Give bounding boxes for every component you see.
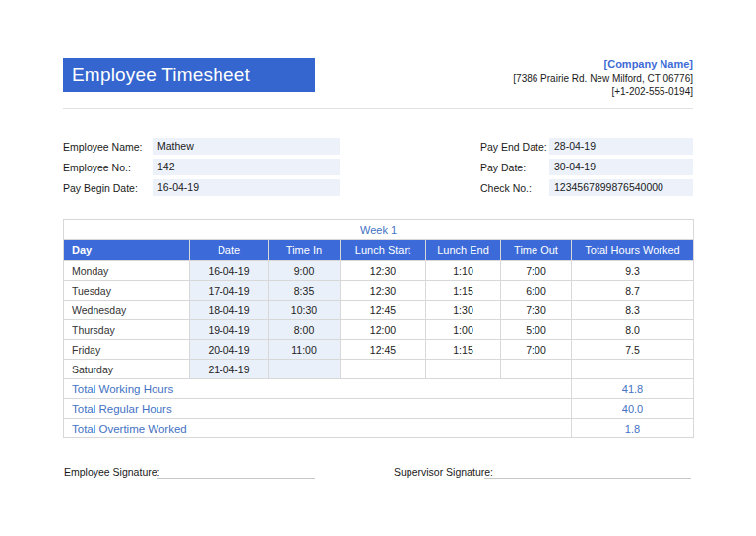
header-divider <box>63 108 693 109</box>
table-header-row: Day Date Time In Lunch Start Lunch End T… <box>64 240 694 261</box>
cell-lunch-end[interactable]: 1:00 <box>426 320 501 340</box>
cell-day: Wednesday <box>64 301 190 320</box>
week-title: Week 1 <box>64 220 694 240</box>
total-working-hours-value: 41.8 <box>572 379 694 399</box>
cell-lunch-start[interactable]: 12:00 <box>341 320 426 340</box>
total-working-hours-row: Total Working Hours 41.8 <box>64 379 694 399</box>
document-title-banner: Employee Timesheet <box>63 58 315 92</box>
company-phone: [+1-202-555-0194] <box>398 85 693 99</box>
column-header-lunch-start: Lunch Start <box>341 240 426 261</box>
cell-lunch-end[interactable]: 1:30 <box>426 301 501 320</box>
column-header-time-in: Time In <box>269 240 341 261</box>
cell-time-in[interactable]: 8:35 <box>269 281 341 301</box>
table-row: Wednesday 18-04-19 10:30 12:45 1:30 7:30… <box>64 301 694 320</box>
cell-total-hours: 7.5 <box>572 340 694 360</box>
column-header-day: Day <box>64 240 190 261</box>
pay-date-label: Pay Date: <box>480 162 549 173</box>
timesheet-document: Employee Timesheet [Company Name] [7386 … <box>0 0 756 536</box>
supervisor-signature-label: Supervisor Signature: <box>394 466 493 478</box>
cell-time-in[interactable]: 8:00 <box>269 320 341 340</box>
company-name: [Company Name] <box>398 57 693 72</box>
cell-time-out[interactable]: 7:30 <box>501 301 572 320</box>
column-header-lunch-end: Lunch End <box>426 240 501 261</box>
employee-signature-line[interactable] <box>158 465 315 479</box>
cell-date[interactable]: 18-04-19 <box>190 301 269 320</box>
cell-lunch-start[interactable]: 12:30 <box>341 261 426 281</box>
check-no-label: Check No.: <box>480 182 549 194</box>
cell-time-out[interactable]: 6:00 <box>501 281 572 301</box>
employee-info-left: Employee Name: Mathew Employee No.: 142 … <box>63 136 340 198</box>
pay-date-row: Pay Date: 30-04-19 <box>480 157 693 177</box>
timesheet-table-wrap: Week 1 Day Date Time In Lunch Start Lunc… <box>63 219 693 438</box>
cell-total-hours: 8.3 <box>572 301 694 320</box>
cell-time-out[interactable]: 7:00 <box>501 340 572 360</box>
table-row: Saturday 21-04-19 <box>64 360 694 379</box>
employee-name-row: Employee Name: Mathew <box>63 136 340 157</box>
table-row: Friday 20-04-19 11:00 12:45 1:15 7:00 7.… <box>64 340 694 360</box>
pay-begin-date-row: Pay Begin Date: 16-04-19 <box>63 177 340 198</box>
pay-begin-date-field[interactable]: 16-04-19 <box>153 179 340 196</box>
cell-total-hours: 8.0 <box>572 320 694 340</box>
employee-no-field[interactable]: 142 <box>153 159 340 175</box>
cell-time-out[interactable]: 7:00 <box>501 261 572 281</box>
pay-end-date-field[interactable]: 28-04-19 <box>549 138 693 155</box>
pay-end-date-row: Pay End Date: 28-04-19 <box>480 136 693 157</box>
signature-area: Employee Signature: Supervisor Signature… <box>0 463 756 485</box>
column-header-total-hours: Total Hours Worked <box>572 240 694 261</box>
column-header-time-out: Time Out <box>501 240 572 261</box>
cell-time-in[interactable] <box>269 360 341 379</box>
check-no-row: Check No.: 1234567899876540000 <box>480 177 693 198</box>
cell-time-out[interactable] <box>501 360 572 379</box>
cell-date[interactable]: 16-04-19 <box>190 261 269 281</box>
cell-day: Friday <box>64 340 190 360</box>
week-title-row: Week 1 <box>64 220 694 240</box>
table-row: Tuesday 17-04-19 8:35 12:30 1:15 6:00 8.… <box>64 281 694 301</box>
cell-day: Tuesday <box>64 281 190 301</box>
cell-lunch-end[interactable] <box>426 360 501 379</box>
cell-lunch-end[interactable]: 1:15 <box>426 340 501 360</box>
cell-lunch-start[interactable]: 12:30 <box>341 281 426 301</box>
total-overtime-worked-value: 1.8 <box>572 419 694 438</box>
employee-no-row: Employee No.: 142 <box>63 157 340 177</box>
cell-lunch-end[interactable]: 1:10 <box>426 261 501 281</box>
cell-date[interactable]: 17-04-19 <box>190 281 269 301</box>
column-header-date: Date <box>190 240 269 261</box>
cell-total-hours: 9.3 <box>572 261 694 281</box>
company-info-block: [Company Name] [7386 Prairie Rd. New Mil… <box>398 57 693 99</box>
employee-info-right: Pay End Date: 28-04-19 Pay Date: 30-04-1… <box>480 136 693 198</box>
cell-time-in[interactable]: 11:00 <box>269 340 341 360</box>
company-address: [7386 Prairie Rd. New Milford, CT 06776] <box>398 72 693 86</box>
cell-date[interactable]: 19-04-19 <box>190 320 269 340</box>
cell-total-hours <box>572 360 694 379</box>
pay-end-date-label: Pay End Date: <box>480 141 549 153</box>
cell-date[interactable]: 20-04-19 <box>190 340 269 360</box>
pay-date-field[interactable]: 30-04-19 <box>549 159 693 175</box>
cell-day: Monday <box>64 261 190 281</box>
pay-begin-date-label: Pay Begin Date: <box>63 182 153 194</box>
cell-date[interactable]: 21-04-19 <box>190 360 269 379</box>
cell-lunch-start[interactable]: 12:45 <box>341 340 426 360</box>
total-regular-hours-value: 40.0 <box>572 399 694 419</box>
cell-day: Thursday <box>64 320 190 340</box>
employee-no-label: Employee No.: <box>63 162 153 173</box>
cell-lunch-end[interactable]: 1:15 <box>426 281 501 301</box>
check-no-field[interactable]: 1234567899876540000 <box>549 179 693 196</box>
supervisor-signature-line[interactable] <box>484 465 691 479</box>
cell-lunch-start[interactable] <box>341 360 426 379</box>
total-regular-hours-row: Total Regular Hours 40.0 <box>64 399 694 419</box>
table-row: Thursday 19-04-19 8:00 12:00 1:00 5:00 8… <box>64 320 694 340</box>
cell-time-in[interactable]: 9:00 <box>269 261 341 281</box>
cell-total-hours: 8.7 <box>572 281 694 301</box>
total-overtime-worked-row: Total Overtime Worked 1.8 <box>64 419 694 438</box>
cell-time-in[interactable]: 10:30 <box>269 301 341 320</box>
employee-name-field[interactable]: Mathew <box>153 138 340 155</box>
cell-time-out[interactable]: 5:00 <box>501 320 572 340</box>
total-regular-hours-label: Total Regular Hours <box>64 399 572 419</box>
cell-lunch-start[interactable]: 12:45 <box>341 301 426 320</box>
total-working-hours-label: Total Working Hours <box>64 379 572 399</box>
employee-name-label: Employee Name: <box>63 141 153 153</box>
employee-signature-label: Employee Signature: <box>64 466 159 478</box>
total-overtime-worked-label: Total Overtime Worked <box>64 419 572 438</box>
table-row: Monday 16-04-19 9:00 12:30 1:10 7:00 9.3 <box>64 261 694 281</box>
timesheet-table: Week 1 Day Date Time In Lunch Start Lunc… <box>63 219 694 438</box>
